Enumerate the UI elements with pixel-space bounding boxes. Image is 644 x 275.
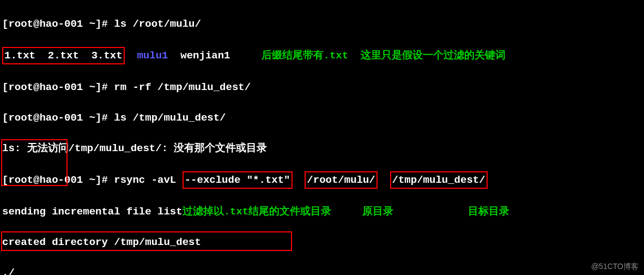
prompt: [root@hao-001 ~]# xyxy=(2,112,108,124)
annotation: 过滤掉以.txt结尾的文件或目录 xyxy=(183,206,332,218)
last-ls-box xyxy=(1,231,292,251)
file-wenjian1: wenjian1 xyxy=(180,50,230,62)
src-dir-box: /root/mulu/ xyxy=(305,171,377,189)
annotation: 原目录 xyxy=(362,206,393,218)
synced-files-box xyxy=(1,139,68,186)
error-output: ls: 无法访问/tmp/mulu_dest/: 没有那个文件或目录 xyxy=(2,141,642,156)
annotation: 这里只是假设一个过滤的关键词 xyxy=(361,50,506,62)
command: ls /root/mulu/ xyxy=(114,18,201,30)
txt-files-box: 1.txt 2.txt 3.txt xyxy=(2,47,125,64)
annotation: 后缀结尾带有.txt xyxy=(262,50,349,62)
watermark: @51CTO博客 xyxy=(591,262,639,272)
command: rm -rf /tmp/mulu_dest/ xyxy=(114,81,251,93)
command-rsync: rsync -avL xyxy=(108,174,183,186)
dir-mulu1: mulu1 xyxy=(137,50,168,62)
dst-dir: /tmp/mulu_dest/ xyxy=(392,174,485,186)
prompt: [root@hao-001 ~]# xyxy=(2,18,108,30)
file-list: 1.txt 2.txt 3.txt xyxy=(4,50,123,62)
src-dir: /root/mulu/ xyxy=(307,174,375,186)
output-dot: ./ xyxy=(2,265,642,275)
exclude-arg-box: --exclude "*.txt" xyxy=(183,171,293,189)
exclude-arg: --exclude "*.txt" xyxy=(185,174,290,186)
annotation: 目标目录 xyxy=(468,206,509,218)
prompt: [root@hao-001 ~]# xyxy=(2,81,108,93)
command: ls /tmp/mulu_dest/ xyxy=(114,112,226,124)
dst-dir-box: /tmp/mulu_dest/ xyxy=(390,171,488,189)
output-sending: sending incremental file list xyxy=(2,206,183,218)
